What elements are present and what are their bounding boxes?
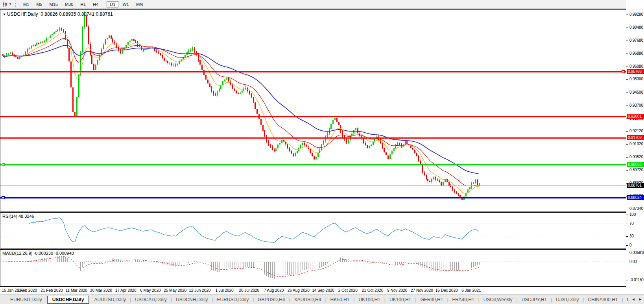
price-tick-label: 0.93700 (629, 103, 643, 108)
rsi-canvas[interactable] (0, 213, 626, 248)
chart-tab-usdjpy-h1-14[interactable]: USDJPY,H1 (518, 296, 551, 304)
date-label: 14 Sep 2020 (312, 288, 334, 293)
date-label: 16 Dec 2020 (435, 288, 458, 293)
level-handle[interactable] (622, 70, 624, 73)
tab-scroll-arrows: ◄ ► (629, 297, 642, 301)
date-label: 26 Aug 2020 (288, 288, 310, 293)
axis-tick-mark (626, 157, 628, 158)
level-handle[interactable] (2, 163, 4, 166)
chart-tab-ger30-h1-11[interactable]: GER30,H1 (416, 296, 447, 304)
price-tick-label: 0.94500 (629, 90, 643, 95)
chart-tab-usoil-weekly-13[interactable]: USOil,Weekly (480, 296, 517, 304)
chart-tab-usdcad-daily-3[interactable]: USDCAD,Daily (131, 296, 171, 304)
chart-tab-usoil--17[interactable]: USOil, (623, 296, 628, 304)
macd-pane[interactable]: MACD(12,26,9) -0.000230 -0.000948 (0, 249, 626, 287)
date-label: 1 Jul 2020 (216, 288, 234, 293)
price-tick-label: 0.99280 (629, 12, 643, 17)
date-label: 6 May 2020 (140, 288, 161, 293)
price-tick-label: 0.95300 (629, 77, 643, 81)
level-handle[interactable] (2, 196, 4, 199)
date-label: 3 Feb 2020 (17, 288, 37, 293)
moving-average-lines (3, 33, 479, 193)
date-label: 21 Feb 2020 (41, 288, 63, 293)
macd-histogram (3, 256, 479, 279)
time-axis[interactable]: 15 Jan 20203 Feb 202021 Feb 202011 Mar 2… (0, 287, 626, 294)
date-label: 6 Jan 2021 (461, 288, 481, 293)
macd-tick-label: -0.011514 (629, 278, 644, 282)
axis-tick-mark (626, 131, 628, 132)
price-tick-label: 0.91320 (629, 142, 643, 146)
date-label: 2 Oct 2020 (338, 288, 358, 293)
timeframe-button-m5[interactable]: M5 (33, 1, 45, 7)
chart-tab-eurusd-daily-5[interactable]: EURUSD,Daily (213, 296, 253, 304)
tab-scroll-left-icon[interactable]: ◄ (632, 297, 635, 301)
macd-label: MACD(12,26,9) -0.000230 -0.000948 (2, 251, 74, 256)
axis-tick-mark (626, 253, 628, 253)
date-label: 7 Aug 2020 (264, 288, 284, 293)
rsi-tick-label: 30 (629, 234, 634, 238)
chart-symbol-label: USDCHF,Daily (7, 11, 38, 17)
axis-tick-mark (626, 170, 628, 171)
chart-tabs: EURUSD,DailyUSDCHF,DailyAUDUSD,Daily|USD… (0, 296, 628, 304)
date-label: 9 Nov 2020 (387, 288, 407, 293)
chart-tab-gbpusd-h4-6[interactable]: GBPUSD,H4 (254, 296, 289, 304)
price-tick-label: 0.90520 (629, 155, 643, 159)
chart-tab-usdchf-daily-1[interactable]: USDCHF,Daily (47, 296, 89, 304)
rsi-label: RSI(14) 48.3246 (2, 214, 34, 219)
chart-tab-audusd-daily-2[interactable]: AUDUSD,Daily (90, 296, 130, 304)
mt4-window: ▼ M1M5M15M30H1H4D1W1MN ▼USDCHF,Daily 0.8… (0, 0, 644, 304)
chart-tab-dj30-daily-15[interactable]: DJ30,Daily (552, 296, 583, 304)
date-label: 12 Jun 2020 (189, 288, 210, 293)
timeframe-button-m1[interactable]: M1 (20, 1, 32, 7)
chart-tab-eurusd-daily-0[interactable]: EURUSD,Daily (6, 296, 46, 304)
axis-tick-mark (626, 93, 628, 93)
chart-type-icon[interactable] (2, 1, 8, 7)
date-label: 21 Oct 2020 (362, 288, 383, 293)
timeframe-button-d1[interactable]: D1 (107, 1, 118, 7)
price-axis[interactable]: 0.992800.984800.976800.968800.960800.953… (626, 0, 644, 304)
timeframe-button-h1[interactable]: H1 (77, 1, 89, 7)
level-price-tag: 0.90055 (627, 162, 644, 167)
chart-tab-usdcnh-daily-4[interactable]: USDCNH,Daily (172, 296, 212, 304)
chart-tab-xauusd-h4-7[interactable]: XAUUSD,H4 (290, 296, 325, 304)
chart-type-dropdown-icon[interactable]: ▼ (9, 2, 12, 6)
date-label: 27 Nov 2020 (411, 288, 433, 293)
level-price-tag: 0.93001 (627, 114, 644, 119)
timeframe-button-m30[interactable]: M30 (62, 1, 76, 7)
timeframe-button-h4[interactable]: H4 (90, 1, 101, 7)
axis-tick-mark (626, 54, 628, 54)
price-tick-label: 0.87340 (629, 206, 643, 211)
axis-tick-mark (626, 215, 628, 215)
axis-tick-mark (626, 15, 628, 15)
chart-tab-uk100-h1-9[interactable]: UK100,H1 (354, 296, 384, 304)
axis-tick-mark (626, 28, 628, 28)
date-label: 17 Apr 2020 (115, 288, 137, 293)
macd-canvas[interactable] (0, 250, 626, 286)
tab-scroll-right-icon[interactable]: ► (638, 297, 642, 301)
symbol-dropdown-icon[interactable]: ▼ (3, 13, 6, 16)
current-price-tag: 0.88761 (627, 183, 644, 188)
axis-tick-mark (626, 224, 628, 224)
axis-tick-mark (626, 245, 628, 246)
toolbar-grip (15, 2, 17, 7)
rsi-tick-label: 0 (629, 243, 631, 247)
macd-tick-label: 0.00 (629, 260, 637, 264)
chart-tab-china300-h1-16[interactable]: CHINA300,H1 (584, 296, 622, 304)
date-label: 20 Jul 2020 (239, 288, 259, 293)
price-tick-label: 0.92120 (629, 129, 643, 133)
main-chart-canvas[interactable] (0, 10, 626, 211)
axis-tick-mark (626, 262, 628, 262)
axis-tick-mark (626, 209, 628, 209)
chart-tab-uk100-h1-10[interactable]: UK100,H1 (386, 296, 415, 304)
macd-signal-line (3, 257, 479, 277)
timeframe-button-w1[interactable]: W1 (119, 1, 132, 7)
main-chart-pane[interactable]: ▼USDCHF,Daily 0.88826 0.88935 0.88741 0.… (0, 9, 626, 211)
slow-ma-blue (3, 45, 479, 174)
chart-tab-hk50-h1-8[interactable]: HK50,H1 (327, 296, 354, 304)
toolbar-separator (104, 1, 104, 7)
chart-tab-fra40-h1-12[interactable]: FRA40,H1 (448, 296, 478, 304)
timeframe-button-mn[interactable]: MN (133, 1, 146, 7)
chart-tabs-bar: EURUSD,DailyUSDCHF,DailyAUDUSD,Daily|USD… (0, 295, 644, 304)
rsi-pane[interactable]: RSI(14) 48.3246 (0, 212, 626, 248)
timeframe-button-m15[interactable]: M15 (46, 1, 61, 7)
